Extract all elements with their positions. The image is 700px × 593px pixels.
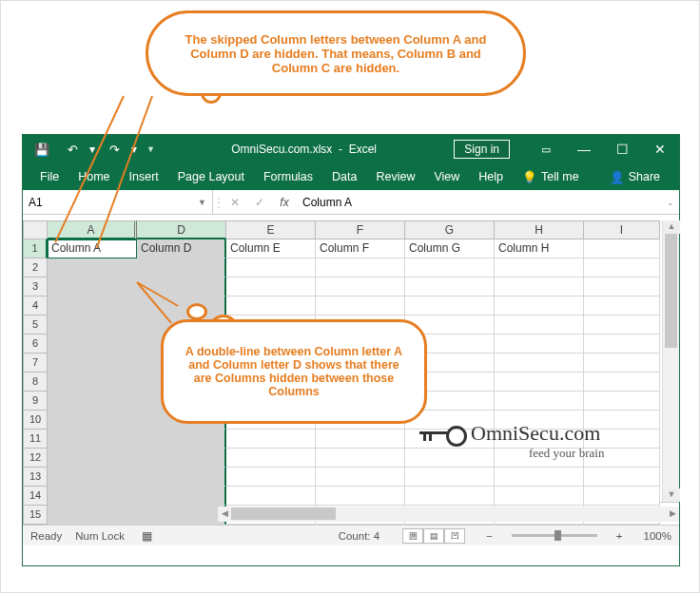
row-header[interactable]: 5	[23, 316, 48, 335]
undo-icon[interactable]: ↶	[59, 138, 86, 161]
scroll-up-icon[interactable]: ▲	[663, 220, 680, 234]
cell[interactable]	[48, 354, 137, 373]
zoom-slider[interactable]	[512, 534, 597, 537]
row-header[interactable]: 3	[23, 277, 48, 296]
scroll-thumb[interactable]	[665, 234, 677, 348]
column-header-G[interactable]: G	[405, 220, 495, 239]
share-button[interactable]: 👤 Share	[600, 163, 670, 190]
row-header[interactable]: 2	[23, 258, 48, 277]
close-icon[interactable]: ✕	[641, 135, 679, 163]
cell[interactable]	[48, 373, 137, 392]
chevron-down-icon[interactable]: ▼	[198, 198, 206, 207]
cell[interactable]	[584, 239, 660, 258]
cell[interactable]	[584, 258, 660, 277]
row-header[interactable]: 8	[23, 373, 48, 392]
column-header-H[interactable]: H	[495, 220, 584, 239]
zoom-in-icon[interactable]: +	[616, 530, 623, 542]
save-icon[interactable]: 💾	[29, 138, 55, 161]
cell[interactable]	[495, 296, 584, 316]
cell[interactable]	[48, 335, 137, 354]
scroll-thumb[interactable]	[231, 507, 336, 520]
cell[interactable]	[495, 316, 584, 335]
cell[interactable]	[495, 373, 584, 392]
cell[interactable]	[137, 258, 226, 277]
maximize-icon[interactable]: ☐	[603, 135, 641, 163]
signin-button[interactable]: Sign in	[454, 140, 510, 159]
ribbon-options-icon[interactable]: ▭	[527, 135, 565, 163]
cell[interactable]	[495, 354, 584, 373]
cell[interactable]	[495, 487, 584, 506]
cell[interactable]	[584, 316, 660, 335]
row-header[interactable]: 13	[23, 468, 48, 487]
cell[interactable]	[495, 258, 584, 277]
cell[interactable]	[584, 296, 660, 316]
tab-data[interactable]: Data	[322, 163, 366, 190]
column-header-F[interactable]: F	[316, 220, 405, 239]
qa-customize-icon[interactable]: ▼	[146, 144, 154, 154]
cell[interactable]	[137, 449, 226, 468]
row-header[interactable]: 11	[23, 430, 48, 449]
cell[interactable]	[584, 487, 660, 506]
cell[interactable]	[226, 449, 316, 468]
cell[interactable]	[316, 277, 405, 296]
page-layout-icon[interactable]: ▤	[423, 528, 444, 544]
horizontal-scrollbar[interactable]: ◀ ▶	[218, 507, 679, 522]
tab-review[interactable]: Review	[366, 163, 424, 190]
cell[interactable]	[405, 258, 495, 277]
cell[interactable]	[137, 468, 226, 487]
cell[interactable]	[226, 258, 316, 277]
cell[interactable]	[495, 468, 584, 487]
cell[interactable]	[316, 430, 405, 449]
cell[interactable]	[495, 277, 584, 296]
cell[interactable]	[405, 296, 495, 316]
cell[interactable]	[495, 335, 584, 354]
cell[interactable]	[495, 392, 584, 411]
cell[interactable]: Column D	[137, 239, 226, 258]
tab-file[interactable]: File	[30, 163, 68, 190]
cell[interactable]	[48, 411, 137, 430]
cell[interactable]	[316, 449, 405, 468]
cell[interactable]	[584, 277, 660, 296]
scroll-right-icon[interactable]: ▶	[666, 507, 679, 522]
accessibility-icon[interactable]: ▦	[142, 529, 152, 543]
enter-icon[interactable]: ✓	[247, 196, 272, 209]
row-header[interactable]: 4	[23, 296, 48, 316]
fx-icon[interactable]: fx	[272, 196, 297, 209]
cell[interactable]: Column A	[48, 239, 137, 258]
cell[interactable]	[48, 392, 137, 411]
cell[interactable]	[48, 430, 137, 449]
cell[interactable]	[316, 468, 405, 487]
cell[interactable]	[316, 487, 405, 506]
select-all-corner[interactable]	[23, 220, 48, 239]
cell[interactable]	[48, 506, 137, 525]
column-header-E[interactable]: E	[226, 220, 316, 239]
cell[interactable]	[48, 449, 137, 468]
column-header-D[interactable]: D	[137, 220, 226, 239]
cell[interactable]	[226, 430, 316, 449]
cell[interactable]	[226, 277, 316, 296]
cell[interactable]	[405, 449, 495, 468]
vertical-scrollbar[interactable]: ▲ ▼	[662, 220, 679, 502]
cell[interactable]: Column F	[316, 239, 405, 258]
expand-formula-icon[interactable]: ⌄	[662, 198, 679, 207]
row-header[interactable]: 14	[23, 487, 48, 506]
formula-bar[interactable]: Column A	[297, 196, 662, 209]
cell[interactable]	[405, 468, 495, 487]
row-header[interactable]: 6	[23, 335, 48, 354]
row-header[interactable]: 15	[23, 506, 48, 525]
tab-pagelayout[interactable]: Page Layout	[168, 163, 254, 190]
column-header-I[interactable]: I	[584, 220, 660, 239]
cell[interactable]: Column H	[495, 239, 584, 258]
cell[interactable]	[137, 277, 226, 296]
cell[interactable]	[584, 373, 660, 392]
cell[interactable]	[584, 335, 660, 354]
cell[interactable]	[48, 277, 137, 296]
cell[interactable]	[226, 296, 316, 316]
row-header[interactable]: 9	[23, 392, 48, 411]
cell[interactable]	[137, 487, 226, 506]
cell[interactable]	[405, 277, 495, 296]
name-box[interactable]: A1 ▼	[23, 190, 213, 215]
cancel-icon[interactable]: ✕	[223, 196, 247, 209]
row-header[interactable]: 10	[23, 411, 48, 430]
cell[interactable]	[584, 354, 660, 373]
